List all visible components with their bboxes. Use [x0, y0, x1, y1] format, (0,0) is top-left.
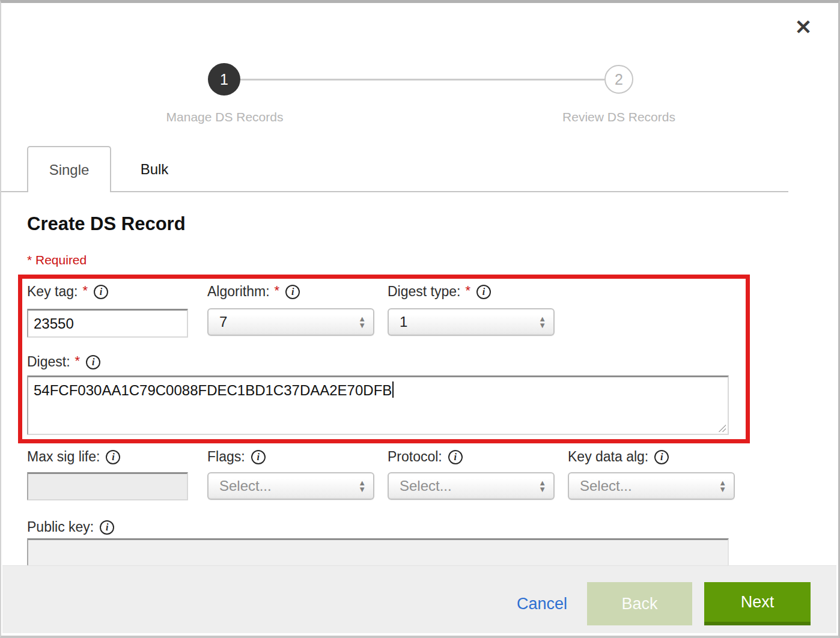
flags-select[interactable]: Select... ▲ ▼	[207, 472, 374, 500]
protocol-info-icon[interactable]: i	[448, 450, 463, 464]
algorithm-required-mark: *	[275, 283, 280, 299]
protocol-label-row: Protocol: i	[388, 449, 463, 465]
max-sig-life-label: Max sig life:	[27, 449, 100, 465]
key-data-alg-select-value: Select...	[580, 478, 632, 494]
digest-type-label: Digest type:	[388, 284, 460, 300]
key-tag-label: Key tag:	[27, 284, 78, 300]
max-sig-life-info-icon[interactable]: i	[106, 450, 120, 464]
public-key-info-icon[interactable]: i	[100, 520, 114, 535]
digest-type-label-row: Digest type: * i	[388, 284, 491, 300]
text-cursor	[392, 381, 394, 398]
algorithm-label: Algorithm:	[207, 284, 270, 300]
resize-handle[interactable]	[717, 423, 726, 432]
arrow-down-icon: ▼	[358, 486, 366, 493]
digest-type-required-mark: *	[465, 283, 470, 299]
key-data-alg-label-row: Key data alg: i	[568, 449, 669, 465]
select-arrows-icon: ▲ ▼	[719, 479, 726, 493]
step-1-indicator: 1	[208, 63, 240, 96]
algorithm-select[interactable]: 7 ▲ ▼	[207, 308, 374, 336]
required-note: * Required	[27, 253, 87, 267]
digest-type-info-icon[interactable]: i	[476, 285, 491, 299]
digest-info-icon[interactable]: i	[86, 355, 100, 369]
key-tag-label-row: Key tag: * i	[27, 284, 108, 300]
protocol-select[interactable]: Select... ▲ ▼	[388, 472, 555, 500]
digest-type-select-value: 1	[400, 314, 407, 330]
select-arrows-icon: ▲ ▼	[538, 315, 546, 329]
modal-footer: Cancel Back Next	[2, 565, 836, 633]
digest-required-mark: *	[75, 353, 81, 369]
digest-type-select[interactable]: 1 ▲ ▼	[388, 308, 555, 336]
arrow-down-icon: ▼	[538, 322, 546, 329]
cancel-button[interactable]: Cancel	[517, 595, 567, 613]
arrow-down-icon: ▼	[358, 322, 366, 329]
close-icon[interactable]: ✕	[791, 15, 815, 39]
protocol-select-value: Select...	[400, 478, 452, 494]
key-tag-info-icon[interactable]: i	[94, 285, 108, 299]
flags-select-value: Select...	[219, 478, 272, 494]
page-title: Create DS Record	[27, 213, 186, 235]
step-1-number: 1	[220, 71, 228, 88]
step-2-label: Review DS Records	[499, 110, 739, 124]
flags-info-icon[interactable]: i	[251, 450, 266, 464]
protocol-label: Protocol:	[388, 449, 442, 465]
select-arrows-icon: ▲ ▼	[358, 479, 366, 493]
key-tag-input[interactable]	[27, 309, 188, 338]
next-button[interactable]: Next	[704, 582, 811, 625]
create-ds-record-modal: ✕ 1 2 Manage DS Records Review DS Record…	[0, 0, 840, 638]
tab-bulk[interactable]: Bulk	[111, 146, 198, 192]
step-connector-line	[240, 79, 604, 81]
algorithm-label-row: Algorithm: * i	[207, 284, 300, 300]
arrow-down-icon: ▼	[538, 486, 546, 493]
step-1-label: Manage DS Records	[105, 110, 345, 124]
key-tag-required-mark: *	[82, 283, 88, 299]
tab-single[interactable]: Single	[27, 146, 111, 192]
digest-value: 54FCF030AA1C79C0088FDEC1BD1C37DAA2E70DFB	[34, 382, 392, 398]
key-data-alg-info-icon[interactable]: i	[654, 450, 669, 464]
step-2-number: 2	[615, 71, 623, 88]
max-sig-life-input[interactable]	[27, 472, 188, 500]
key-data-alg-select[interactable]: Select... ▲ ▼	[568, 472, 735, 500]
public-key-label-row: Public key: i	[27, 519, 114, 535]
flags-label: Flags:	[207, 449, 245, 465]
arrow-down-icon: ▼	[719, 486, 726, 493]
step-2-indicator: 2	[604, 65, 633, 94]
algorithm-select-value: 7	[219, 314, 227, 330]
digest-label-row: Digest: * i	[27, 354, 100, 370]
select-arrows-icon: ▲ ▼	[538, 479, 546, 493]
back-button[interactable]: Back	[587, 582, 692, 625]
algorithm-info-icon[interactable]: i	[285, 285, 300, 299]
flags-label-row: Flags: i	[207, 449, 266, 465]
public-key-label: Public key:	[27, 519, 94, 535]
digest-label: Digest:	[27, 354, 70, 370]
select-arrows-icon: ▲ ▼	[358, 315, 366, 329]
public-key-textarea[interactable]	[27, 538, 729, 565]
digest-textarea[interactable]: 54FCF030AA1C79C0088FDEC1BD1C37DAA2E70DFB	[27, 375, 729, 435]
key-data-alg-label: Key data alg:	[568, 449, 648, 465]
max-sig-life-label-row: Max sig life: i	[27, 449, 120, 465]
